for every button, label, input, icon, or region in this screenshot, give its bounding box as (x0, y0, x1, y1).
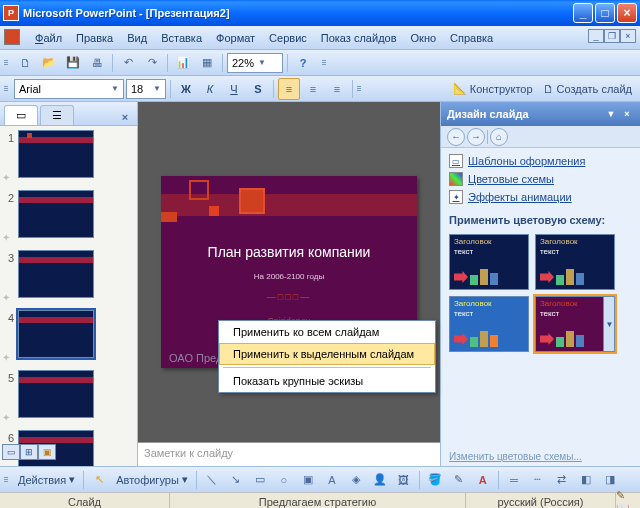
menu-bar: Файл Правка Вид Вставка Формат Сервис По… (0, 26, 640, 50)
taskpane-close-button[interactable]: × (620, 107, 634, 121)
font-color-icon[interactable]: A (472, 469, 494, 491)
notes-pane[interactable]: Заметки к слайду (138, 442, 440, 466)
help-icon[interactable]: ? (292, 52, 314, 74)
zoom-combo[interactable]: 22%▼ (227, 53, 283, 73)
dash-style-icon[interactable]: ┄ (527, 469, 549, 491)
clipart-icon[interactable]: 👤 (369, 469, 391, 491)
nav-home-button[interactable]: ⌂ (490, 128, 508, 146)
align-left-button[interactable]: ≡ (278, 78, 300, 100)
taskpane-dropdown-icon[interactable]: ▼ (604, 107, 618, 121)
new-icon[interactable]: 🗋 (14, 52, 36, 74)
toolbar-handle[interactable] (4, 53, 10, 73)
align-right-button[interactable]: ≡ (326, 78, 348, 100)
font-combo[interactable]: Arial▼ (14, 79, 124, 99)
oval-icon[interactable]: ○ (273, 469, 295, 491)
doc-minimize-button[interactable]: _ (588, 29, 604, 43)
work-area: ▭ ☰ × 1✦ 2✦ 3✦ 4✦ 5✦ 6✦ План развития ко… (0, 102, 640, 466)
print-icon[interactable]: 🖶 (86, 52, 108, 74)
menu-file[interactable]: Файл (28, 29, 69, 47)
slide-thumb-3[interactable] (18, 250, 94, 298)
slide-thumb-1[interactable] (18, 130, 94, 178)
status-bar: Слайд Предлагаем стратегию русский (Росс… (0, 492, 640, 508)
chart-icon[interactable]: 📊 (172, 52, 194, 74)
menu-large-thumbs[interactable]: Показать крупные эскизы (219, 370, 435, 392)
normal-view-button[interactable]: ▭ (2, 444, 20, 460)
line-icon[interactable]: ＼ (201, 469, 223, 491)
menu-slideshow[interactable]: Показ слайдов (314, 29, 404, 47)
menu-window[interactable]: Окно (404, 29, 444, 47)
slide-subtitle[interactable]: На 2006-2100 годы (161, 272, 417, 281)
toolbar-handle-4[interactable] (357, 79, 363, 99)
color-scheme-3[interactable]: Заголовоктекст (449, 296, 529, 352)
doc-icon[interactable] (4, 29, 20, 45)
picture-icon[interactable]: 🖼 (393, 469, 415, 491)
minimize-button[interactable]: _ (573, 3, 593, 23)
open-icon[interactable]: 📂 (38, 52, 60, 74)
diagram-icon[interactable]: ◈ (345, 469, 367, 491)
thumb-close-button[interactable]: × (117, 109, 133, 125)
drawing-toolbar: Действия ▾ ↖ Автофигуры ▾ ＼ ↘ ▭ ○ ▣ A ◈ … (0, 466, 640, 492)
slide-thumb-5[interactable] (18, 370, 94, 418)
slide-thumb-2[interactable] (18, 190, 94, 238)
outline-tab[interactable]: ☰ (40, 105, 74, 125)
pointer-icon[interactable]: ↖ (88, 469, 110, 491)
wordart-icon[interactable]: A (321, 469, 343, 491)
underline-button[interactable]: Ч (223, 78, 245, 100)
undo-icon[interactable]: ↶ (117, 52, 139, 74)
arrow-style-icon[interactable]: ⇄ (551, 469, 573, 491)
line-color-icon[interactable]: ✎ (448, 469, 470, 491)
color-scheme-1[interactable]: Заголовоктекст (449, 234, 529, 290)
3d-style-icon[interactable]: ◨ (599, 469, 621, 491)
menu-view[interactable]: Вид (120, 29, 154, 47)
edit-schemes-link[interactable]: Изменить цветовые схемы... (449, 451, 582, 462)
autoshapes-menu[interactable]: Автофигуры ▾ (112, 469, 192, 491)
menu-apply-selected[interactable]: Применить к выделенным слайдам (219, 343, 435, 365)
toolbar-handle-5[interactable] (4, 470, 10, 490)
slides-tab[interactable]: ▭ (4, 105, 38, 125)
line-style-icon[interactable]: ═ (503, 469, 525, 491)
color-scheme-4[interactable]: Заголовоктекст▼ (535, 296, 615, 352)
bold-button[interactable]: Ж (175, 78, 197, 100)
menu-tools[interactable]: Сервис (262, 29, 314, 47)
italic-button[interactable]: К (199, 78, 221, 100)
designer-button[interactable]: 📐 Конструктор (449, 78, 537, 100)
menu-apply-all[interactable]: Применить ко всем слайдам (219, 321, 435, 343)
table-icon[interactable]: ▦ (196, 52, 218, 74)
textbox-icon[interactable]: ▣ (297, 469, 319, 491)
toolbar-handle-3[interactable] (4, 79, 10, 99)
slideshow-view-button[interactable]: ▣ (38, 444, 56, 460)
shadow-button[interactable]: S (247, 78, 269, 100)
rectangle-icon[interactable]: ▭ (249, 469, 271, 491)
templates-icon: ▭ (449, 154, 463, 168)
fill-color-icon[interactable]: 🪣 (424, 469, 446, 491)
link-animation-effects[interactable]: ✦Эффекты анимации (449, 190, 632, 204)
fontsize-combo[interactable]: 18▼ (126, 79, 166, 99)
doc-restore-button[interactable]: ❐ (604, 29, 620, 43)
save-icon[interactable]: 💾 (62, 52, 84, 74)
redo-icon[interactable]: ↷ (141, 52, 163, 74)
menu-help[interactable]: Справка (443, 29, 500, 47)
align-center-button[interactable]: ≡ (302, 78, 324, 100)
new-slide-button[interactable]: 🗋 Создать слайд (539, 78, 636, 100)
toolbar-handle-2[interactable] (322, 53, 328, 73)
arrow-icon[interactable]: ↘ (225, 469, 247, 491)
scheme-dropdown-icon[interactable]: ▼ (603, 297, 615, 351)
link-color-schemes[interactable]: Цветовые схемы (449, 172, 632, 186)
doc-close-button[interactable]: × (620, 29, 636, 43)
actions-menu[interactable]: Действия ▾ (14, 469, 79, 491)
shadow-style-icon[interactable]: ◧ (575, 469, 597, 491)
sorter-view-button[interactable]: ⊞ (20, 444, 38, 460)
spellcheck-icon[interactable]: ✎📖 (616, 495, 634, 509)
thumbnail-list[interactable]: 1✦ 2✦ 3✦ 4✦ 5✦ 6✦ (0, 126, 137, 466)
menu-format[interactable]: Формат (209, 29, 262, 47)
color-scheme-2[interactable]: Заголовоктекст (535, 234, 615, 290)
slide-thumb-4[interactable] (18, 310, 94, 358)
link-templates[interactable]: ▭Шаблоны оформления (449, 154, 632, 168)
maximize-button[interactable]: □ (595, 3, 615, 23)
close-button[interactable]: × (617, 3, 637, 23)
menu-insert[interactable]: Вставка (154, 29, 209, 47)
nav-forward-button[interactable]: → (467, 128, 485, 146)
nav-back-button[interactable]: ← (447, 128, 465, 146)
menu-edit[interactable]: Правка (69, 29, 120, 47)
slide-title[interactable]: План развития компании (161, 244, 417, 260)
